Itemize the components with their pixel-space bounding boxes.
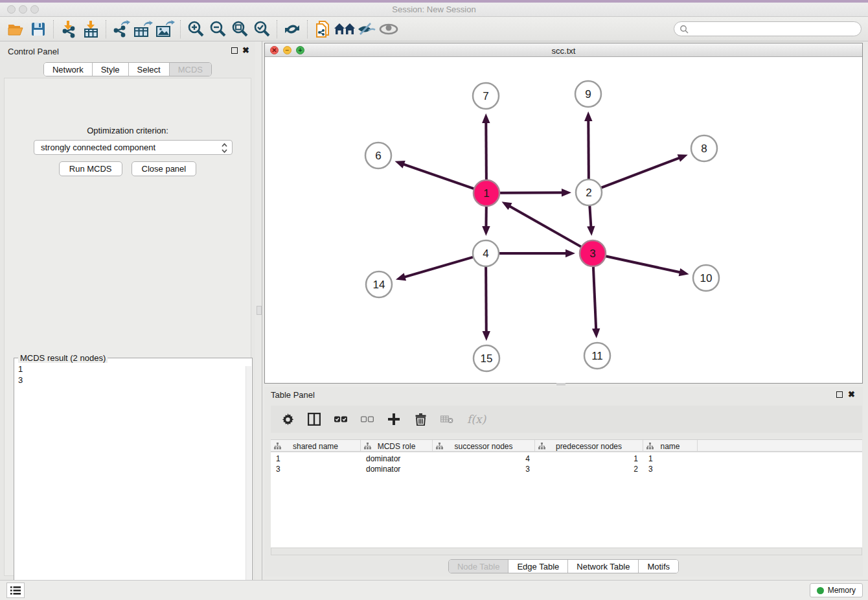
export-table-icon[interactable] [132,19,154,39]
import-table-icon[interactable] [80,19,102,39]
open-session-icon[interactable] [5,19,27,39]
zoom-in-icon[interactable] [185,19,207,39]
graph-node-8[interactable]: 8 [691,135,717,161]
graph-edge-1-7[interactable] [486,122,486,180]
network-file-icon[interactable] [312,19,334,39]
home-icon[interactable] [334,19,356,39]
select-all-checkboxes-icon[interactable] [334,413,347,426]
graph-node-10[interactable]: 10 [693,265,719,291]
graph-node-label: 3 [589,248,595,260]
table-cell[interactable]: 1 [271,454,361,464]
panel-divider-grip[interactable] [257,306,262,315]
control-tab-style[interactable]: Style [92,63,128,76]
criterion-dropdown[interactable]: strongly connected component [34,140,233,155]
table-tab-edge-table[interactable]: Edge Table [508,560,567,573]
graph-edge-3-10[interactable] [606,256,681,272]
table-cell[interactable]: 3 [271,464,361,474]
table-cell[interactable]: 2 [535,464,643,474]
graph-edge-3-1[interactable] [509,206,582,247]
run-mcds-button[interactable]: Run MCDS [59,161,122,176]
float-panel-icon[interactable] [231,47,238,54]
graph-edge-arrowhead [395,161,405,168]
settings-gear-icon[interactable] [281,413,294,426]
table-tab-node-table[interactable]: Node Table [449,560,508,573]
control-tab-network[interactable]: Network [44,63,92,76]
graph-node-9[interactable]: 9 [575,81,601,107]
graph-node-14[interactable]: 14 [366,271,392,297]
column-header-MCDS-role[interactable]: MCDS role [361,440,433,452]
delete-table-icon[interactable] [440,413,453,426]
graph-edge-2-8[interactable] [601,157,680,188]
graph-node-1[interactable]: 1 [474,180,499,206]
panel-divider[interactable] [262,41,262,580]
hide-details-icon[interactable] [356,19,378,39]
mcds-result-scrollbar[interactable] [246,366,251,600]
graph-node-3[interactable]: 3 [580,240,606,266]
close-panel-button[interactable]: Close panel [131,161,197,176]
task-history-button[interactable] [6,583,25,598]
mcds-result-title: MCDS result (2 nodes) [18,353,108,363]
memory-button[interactable]: Memory [810,583,863,597]
graph-edge-1-6[interactable] [403,164,474,189]
graph-node-2[interactable]: 2 [576,179,602,205]
column-header-shared-name[interactable]: shared name [271,440,361,452]
graph-node-6[interactable]: 6 [365,143,391,168]
import-network-icon[interactable] [58,19,80,39]
table-cell[interactable]: 4 [433,454,535,464]
graph-node-label: 1 [483,187,489,200]
column-header-name[interactable]: name [643,440,698,452]
graph-edge-3-11[interactable] [593,266,596,330]
graph-edge-4-15[interactable] [486,266,486,332]
control-tab-mcds[interactable]: MCDS [169,63,211,76]
table-cell[interactable]: 3 [433,464,535,474]
graph-node-15[interactable]: 15 [474,345,499,371]
table-horizontal-scrollbar[interactable] [271,548,862,555]
column-header-predecessor-nodes[interactable]: predecessor nodes [535,440,643,452]
status-bar: Memory [0,580,868,600]
table-panel: Table Panel ✖ f(x) shared nameMCDS roles… [264,387,863,577]
graph-edge-arrowhead [565,249,575,257]
graph-node-label: 7 [483,90,488,102]
table-cell[interactable]: 1 [535,454,643,464]
control-panel-header: Control Panel ✖ [0,41,255,61]
deselect-all-checkboxes-icon[interactable] [361,413,374,426]
table-tab-network-table[interactable]: Network Table [567,560,638,573]
column-header-successor-nodes[interactable]: successor nodes [433,440,535,452]
table-cell[interactable]: dominator [361,464,433,474]
function-builder-icon[interactable]: f(x) [467,413,486,426]
table-row[interactable]: 3dominator323 [271,464,862,474]
show-text-panel-icon[interactable] [308,413,321,426]
network-window-resize-grip[interactable] [556,383,565,386]
graph-node-4[interactable]: 4 [473,240,499,266]
graph-edge-4-14[interactable] [404,257,473,277]
close-panel-icon[interactable]: ✖ [242,45,249,55]
graph-node-11[interactable]: 11 [584,343,610,369]
zoom-selected-icon[interactable] [251,19,273,39]
export-image-icon[interactable] [154,19,176,39]
network-graph-canvas[interactable]: 7968124314101511 [265,58,862,383]
network-window-titlebar: ✕ − + scc.txt [265,43,862,57]
column-type-icon [538,443,545,450]
table-cell[interactable]: 3 [643,464,698,474]
zoom-out-icon[interactable] [207,19,229,39]
graph-edge-2-3[interactable] [589,205,591,227]
graph-edge-arrowhead [562,189,571,196]
table-cell[interactable]: dominator [361,454,433,464]
graph-node-7[interactable]: 7 [473,83,499,109]
apply-layout-icon[interactable] [281,19,303,39]
create-column-icon[interactable] [387,413,400,426]
zoom-fit-icon[interactable] [229,19,251,39]
table-tab-motifs[interactable]: Motifs [638,560,678,573]
graph-edge-1-2[interactable] [499,192,563,193]
show-details-icon[interactable] [378,19,400,39]
save-session-icon[interactable] [27,19,49,39]
control-tab-select[interactable]: Select [128,63,169,76]
delete-row-trash-icon[interactable] [414,413,427,426]
table-row[interactable]: 1dominator411 [271,454,862,464]
search-input[interactable] [689,23,861,35]
table-cell[interactable]: 1 [643,454,698,464]
close-table-panel-icon[interactable]: ✖ [848,389,855,399]
float-table-panel-icon[interactable] [836,391,843,398]
graph-edge-2-9[interactable] [588,120,589,179]
export-network-icon[interactable] [110,19,132,39]
